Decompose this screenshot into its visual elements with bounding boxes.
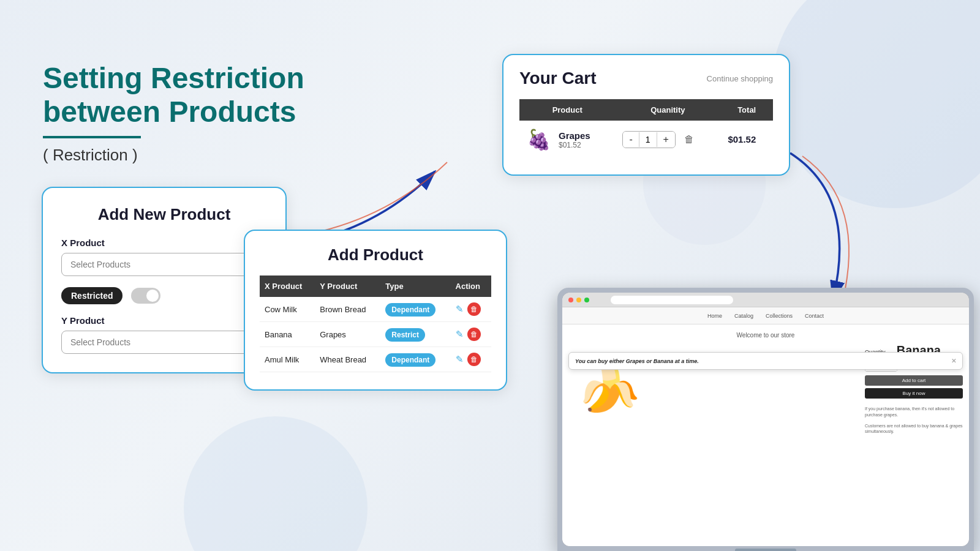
cell-y-product: Brown Bread (315, 297, 380, 322)
x-product-label: X Product (61, 238, 267, 248)
page-subtitle: ( Restriction ) (43, 146, 304, 165)
laptop-buy-now-button[interactable]: Buy it now (865, 388, 963, 399)
cart-product-name: Grapes (559, 130, 590, 141)
x-product-placeholder: Select Products (70, 260, 130, 269)
col-y-product: Y Product (315, 276, 380, 297)
cell-y-product: Grapes (315, 322, 380, 347)
cart-col-total: Total (720, 99, 773, 121)
laptop-screen-content: Home Catalog Collections Contact Welcome… (562, 293, 969, 546)
delete-icon[interactable]: 🗑 (467, 302, 481, 316)
grapes-icon: 🍇 (527, 128, 551, 151)
quantity-control-wrapper: - 1 + 🗑 (622, 131, 713, 148)
y-product-select[interactable]: Select Products (61, 331, 267, 354)
restricted-toggle[interactable] (131, 288, 160, 304)
cell-x-product: Amul Milk (260, 347, 315, 372)
qty-minus-button[interactable]: - (623, 132, 638, 148)
col-x-product: X Product (260, 276, 315, 297)
cart-header: Your Cart Continue shopping (519, 69, 773, 88)
cart-total-value: $01.52 (728, 134, 756, 144)
nav-home[interactable]: Home (707, 313, 722, 319)
nav-contact[interactable]: Contact (805, 313, 824, 319)
dot-yellow (576, 298, 581, 302)
popup-text: You can buy either Grapes or Banana at a… (575, 358, 699, 364)
laptop-popup: You can buy either Grapes or Banana at a… (568, 352, 963, 370)
y-product-placeholder: Select Products (70, 337, 130, 347)
cart-col-product: Product (519, 99, 615, 121)
cell-type: Dependant (380, 297, 450, 322)
laptop-body: Home Catalog Collections Contact Welcome… (557, 288, 974, 551)
bg-decoration-2 (184, 416, 368, 551)
cart-card: Your Cart Continue shopping Product Quan… (502, 54, 790, 176)
edit-icon[interactable]: ✎ (456, 354, 464, 365)
cart-row: 🍇 Grapes $01.52 - 1 + 🗑 (519, 121, 773, 159)
laptop-note-2: Customers are not allowed to buy banana … (865, 423, 963, 435)
cell-action: ✎ 🗑 (451, 322, 491, 347)
cell-type: Restrict (380, 322, 450, 347)
cart-col-quantity: Quanitity (615, 99, 720, 121)
edit-icon[interactable]: ✎ (456, 304, 464, 315)
page-title: Setting Restriction between Products (43, 61, 304, 129)
quantity-stepper: - 1 + (622, 131, 675, 148)
edit-icon[interactable]: ✎ (456, 329, 464, 340)
restricted-label: Restricted (61, 287, 123, 304)
qty-delete-icon[interactable]: 🗑 (684, 134, 694, 145)
cell-action: ✎ 🗑 (451, 297, 491, 322)
laptop-page-content: Welcome to our store You can buy either … (562, 324, 969, 546)
col-type: Type (380, 276, 450, 297)
product-table: X Product Y Product Type Action Cow Milk… (260, 276, 491, 372)
table-row: Banana Grapes Restrict ✎ 🗑 (260, 322, 491, 347)
nav-collections[interactable]: Collections (766, 313, 793, 319)
cell-action: ✎ 🗑 (451, 347, 491, 372)
qty-value: 1 (639, 132, 657, 147)
main-heading-section: Setting Restriction between Products ( R… (43, 61, 304, 165)
cell-x-product: Cow Milk (260, 297, 315, 322)
laptop-add-to-cart-button[interactable]: Add to cart (865, 375, 963, 386)
laptop-nav-bar: Home Catalog Collections Contact (562, 307, 969, 324)
cart-total-cell: $01.52 (720, 121, 773, 159)
badge-restrict: Restrict (385, 328, 425, 342)
cart-product-details: Grapes $01.52 (559, 130, 590, 149)
action-icons: ✎ 🗑 (456, 302, 486, 316)
laptop-screen-frame: Home Catalog Collections Contact Welcome… (562, 293, 969, 546)
cart-product-info: 🍇 Grapes $01.52 (527, 128, 608, 151)
table-row: Cow Milk Brown Bread Dependant ✎ 🗑 (260, 297, 491, 322)
add-product-title: Add Product (260, 246, 491, 264)
popup-close-icon[interactable]: ✕ (951, 358, 956, 364)
action-icons: ✎ 🗑 (456, 353, 486, 366)
nav-catalog[interactable]: Catalog (734, 313, 753, 319)
qty-plus-button[interactable]: + (657, 132, 675, 148)
continue-shopping-link[interactable]: Continue shopping (707, 74, 773, 83)
laptop-note-1: If you purchase banana, then it's not al… (865, 406, 963, 418)
cell-x-product: Banana (260, 322, 315, 347)
address-bar[interactable] (611, 296, 733, 304)
delete-icon[interactable]: 🗑 (467, 353, 481, 366)
badge-dependant: Dependant (385, 353, 435, 367)
table-row: Amul Milk Wheat Bread Dependant ✎ 🗑 (260, 347, 491, 372)
laptop-welcome-text: Welcome to our store (572, 332, 959, 339)
dot-green (584, 298, 589, 302)
cart-table: Product Quanitity Total 🍇 Grapes $01.52 (519, 99, 773, 159)
bg-decoration-1 (772, 0, 980, 208)
cart-product-cell: 🍇 Grapes $01.52 (519, 121, 615, 159)
y-product-label: Y Product (61, 315, 267, 326)
col-action: Action (451, 276, 491, 297)
add-new-product-title: Add New Product (61, 205, 267, 224)
delete-icon[interactable]: 🗑 (467, 328, 481, 341)
cell-y-product: Wheat Bread (315, 347, 380, 372)
x-product-select[interactable]: Select Products ⌄ (61, 253, 267, 276)
action-icons: ✎ 🗑 (456, 328, 486, 341)
cell-type: Dependant (380, 347, 450, 372)
cart-title: Your Cart (519, 69, 597, 88)
laptop-mockup: Home Catalog Collections Contact Welcome… (533, 227, 980, 551)
heading-divider (43, 136, 141, 138)
cart-product-price: $01.52 (559, 141, 590, 149)
badge-dependant: Dependant (385, 303, 435, 317)
laptop-top-bar (562, 293, 969, 307)
add-product-card: Add Product X Product Y Product Type Act… (244, 230, 507, 391)
restricted-row: Restricted (61, 287, 267, 304)
dot-red (568, 298, 573, 302)
cart-quantity-cell: - 1 + 🗑 (615, 121, 720, 159)
